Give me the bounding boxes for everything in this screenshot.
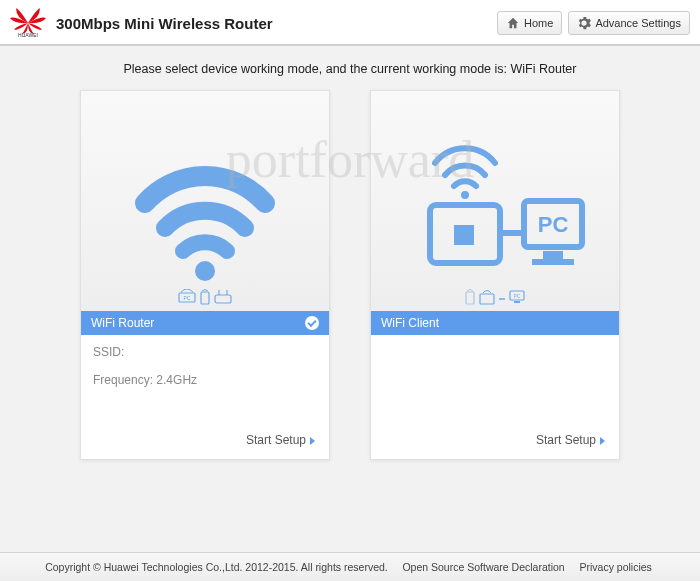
pc-mini-icon: PC <box>509 289 525 305</box>
phone-mini-icon <box>465 289 475 305</box>
instruction-text: Please select device working mode, and t… <box>0 46 700 90</box>
advance-settings-label: Advance Settings <box>595 17 681 29</box>
router-mini-icon <box>214 289 232 305</box>
header: HUAWEI 300Mbps Mini Wireless Router Home… <box>0 0 700 46</box>
wifi-icon <box>125 133 285 283</box>
check-icon <box>305 316 319 330</box>
home-button[interactable]: Home <box>497 11 562 35</box>
ssid-label: SSID: <box>93 345 124 359</box>
router-illustration: PC <box>81 91 329 311</box>
mode-card-router[interactable]: PC WiFi Router SSID: Frequency: 2.4GHz S… <box>80 90 330 460</box>
svg-text:PC: PC <box>184 295 191 301</box>
svg-rect-22 <box>514 301 520 303</box>
svg-rect-18 <box>466 292 474 304</box>
huawei-logo-icon: HUAWEI <box>10 8 46 38</box>
router-mode-bar: WiFi Router <box>81 311 329 335</box>
home-icon <box>506 16 520 30</box>
svg-rect-17 <box>532 259 574 265</box>
router-mini-icons: PC <box>178 289 232 305</box>
gear-icon <box>577 16 591 30</box>
router-box-mini-icon <box>479 289 495 305</box>
mode-cards: PC WiFi Router SSID: Frequency: 2.4GHz S… <box>0 90 700 460</box>
page-title: 300Mbps Mini Wireless Router <box>56 15 491 32</box>
client-illustration: PC PC <box>371 91 619 311</box>
client-mode-label: WiFi Client <box>381 316 439 330</box>
mode-card-client[interactable]: PC PC WiFi Client Start Setup <box>370 90 620 460</box>
svg-point-8 <box>461 191 469 199</box>
client-icon: PC <box>400 133 590 283</box>
router-start-setup-label: Start Setup <box>246 433 306 447</box>
client-mode-bar: WiFi Client <box>371 311 619 335</box>
footer: Copyright © Huawei Technologies Co.,Ltd.… <box>0 552 700 581</box>
ssid-row: SSID: <box>93 345 317 359</box>
svg-rect-10 <box>454 225 474 245</box>
router-card-body: SSID: Frequency: 2.4GHz <box>81 335 329 433</box>
privacy-link[interactable]: Privacy policies <box>579 561 651 573</box>
svg-text:PC: PC <box>514 294 521 299</box>
link-mini-icon <box>499 289 505 305</box>
pc-mini-icon: PC <box>178 289 196 305</box>
svg-point-12 <box>504 230 510 236</box>
router-mode-label: WiFi Router <box>91 316 154 330</box>
client-start-setup-label: Start Setup <box>536 433 596 447</box>
svg-rect-5 <box>215 295 231 303</box>
advance-settings-button[interactable]: Advance Settings <box>568 11 690 35</box>
client-card-body <box>371 335 619 433</box>
svg-text:PC: PC <box>538 212 569 237</box>
copyright-text: Copyright © Huawei Technologies Co.,Ltd.… <box>45 561 388 573</box>
svg-rect-16 <box>543 251 563 259</box>
client-start-setup[interactable]: Start Setup <box>371 433 619 459</box>
arrow-right-icon <box>600 437 605 445</box>
phone-mini-icon <box>200 289 210 305</box>
arrow-right-icon <box>310 437 315 445</box>
home-button-label: Home <box>524 17 553 29</box>
svg-text:HUAWEI: HUAWEI <box>18 32 38 38</box>
svg-rect-19 <box>480 294 494 304</box>
svg-point-13 <box>515 230 521 236</box>
client-mini-icons: PC <box>465 289 525 305</box>
frequency-row: Frequency: 2.4GHz <box>93 373 317 387</box>
svg-rect-4 <box>201 292 209 304</box>
open-source-link[interactable]: Open Source Software Declaration <box>402 561 564 573</box>
svg-point-1 <box>195 261 215 281</box>
router-start-setup[interactable]: Start Setup <box>81 433 329 459</box>
